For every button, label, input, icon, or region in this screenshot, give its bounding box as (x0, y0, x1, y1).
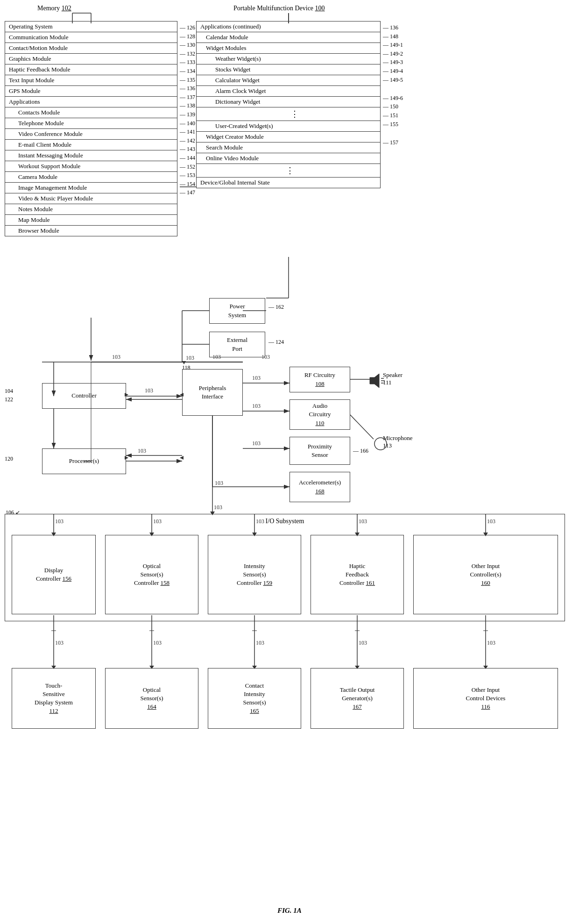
intensity-ctrl-label: IntensitySensor(s)Controller 159 (237, 562, 272, 588)
svg-point-6 (374, 438, 387, 450)
mem-row-videoconf: Video Conference Module (5, 129, 177, 140)
optical-sensor-ctrl-label: OpticalSensor(s)Controller 158 (134, 562, 169, 588)
pmd-row-widgetcreator: Widget Creator Module (197, 132, 380, 142)
svg-text:103: 103 (153, 640, 162, 646)
tactile-output-label: Tactile OutputGenerator(s)167 (340, 686, 375, 711)
svg-line-35 (350, 415, 374, 439)
mem-row-contact: Contact/Motion Module (5, 43, 177, 54)
other-input-devices-label: Other InputControl Devices116 (466, 686, 506, 711)
mem-row-workout: Workout Support Module (5, 161, 177, 172)
mem-row-browser: Browser Module (5, 226, 177, 236)
external-port-box: ExternalPort (209, 332, 265, 357)
pmd-row-search: Search Module (197, 142, 380, 153)
mem-row-contacts: Contacts Module (5, 107, 177, 118)
optical-sensor-ctrl-box: OpticalSensor(s)Controller 158 (105, 535, 198, 614)
io-subsystem-label: I/O Subsystem (10, 517, 560, 526)
mem-row-notes: Notes Module (5, 204, 177, 215)
pmd-row-dots1: ⋮ (197, 107, 380, 121)
pmd-row-widgets: Widget Modules (197, 43, 380, 54)
contact-intensity-label: ContactIntensitySensor(s)165 (243, 682, 266, 716)
mem-row-videoplayer: Video & Music Player Module (5, 193, 177, 204)
processor-box: Processor(s) (42, 448, 126, 474)
mem-row-map: Map Module (5, 215, 177, 226)
rf-circuitry-box: RF Circuitry108 (290, 367, 350, 392)
svg-text:103: 103 (256, 640, 264, 646)
mem-row-email: E-mail Client Module (5, 140, 177, 150)
haptic-ctrl-box: HapticFeedbackController 161 (311, 535, 404, 614)
controller-label: Controller (71, 391, 96, 400)
accelerometers-box: Accelerometer(s)168 (290, 472, 350, 502)
audio-circuitry-label: AudioCircuitry110 (309, 402, 331, 427)
mem-row-im: Instant Messaging Module (5, 150, 177, 161)
figure-caption: FIG. 1A (277, 907, 302, 915)
pmd-row-dots2: ⋮ (197, 164, 380, 178)
mem-row-comm: Communication Module (5, 32, 177, 43)
proximity-ref: — 166 (353, 448, 368, 455)
svg-marker-88 (180, 456, 184, 460)
power-system-box: PowerSystem (209, 298, 265, 324)
intensity-ctrl-box: IntensitySensor(s)Controller 159 (208, 535, 301, 614)
svg-text:103: 103 (112, 354, 120, 360)
rf-circuitry-label: RF Circuitry108 (304, 371, 335, 388)
pmd-row-calendar: Calendar Module (197, 32, 380, 43)
speaker-icon (369, 374, 385, 390)
pmd-row-stocks: Stocks Widget (197, 64, 380, 75)
svg-text:103: 103 (215, 480, 223, 486)
mem-row-gps: GPS Module (5, 86, 177, 97)
mem-row-graphics: Graphics Module (5, 54, 177, 64)
peripherals-box: PeripheralsInterface (182, 369, 243, 416)
external-port-ref: — 124 (268, 339, 284, 346)
other-input-devices-box: Other InputControl Devices116 (413, 668, 558, 729)
svg-text:103: 103 (252, 440, 261, 447)
audio-circuitry-box: AudioCircuitry110 (290, 399, 350, 430)
ref-104: 104 (5, 388, 13, 395)
pmd-row-appscont: Applications (continued) (197, 21, 380, 32)
pmd-row-calculator: Calculator Widget (197, 75, 380, 86)
contact-intensity-box: ContactIntensitySensor(s)165 (208, 668, 301, 729)
pmd-row-dictionary: Dictionary Widget (197, 97, 380, 107)
pmd-refs: — 136 — 148 — 149-1 — 149-2 — 149-3 — 14… (383, 23, 403, 147)
ref-126: — 126 — 128 — 130 — 132 — 133 — 134 — 13… (180, 23, 195, 197)
mem-row-imagemanage: Image Management Module (5, 183, 177, 193)
ref-106: 106 ↙ (6, 509, 20, 516)
svg-text:103: 103 (487, 640, 495, 646)
pmd-row-weather: Weather Widget(s) (197, 54, 380, 64)
speaker-label: Speaker111 (383, 371, 402, 386)
touch-display-box: Touch-SensitiveDisplay System112 (12, 668, 96, 729)
display-ctrl-box: DisplayController 156 (12, 535, 96, 614)
svg-text:103: 103 (359, 640, 367, 646)
pmd-block: Applications (continued) Calendar Module… (196, 21, 381, 188)
other-input-ctrl-box: Other InputController(s)160 (413, 535, 558, 614)
pmd-row-alarm: Alarm Clock Widget (197, 86, 380, 97)
accelerometers-label: Accelerometer(s)168 (299, 478, 341, 495)
processor-label: Processor(s) (69, 457, 99, 465)
mem-row-apps: Applications (5, 97, 177, 107)
memory-block: Operating System Communication Module Co… (5, 21, 177, 236)
peripherals-label: PeripheralsInterface (199, 384, 226, 401)
pmd-row-onlinevideo: Online Video Module (197, 153, 380, 164)
power-system-label: PowerSystem (228, 302, 246, 319)
svg-text:103: 103 (55, 640, 64, 646)
display-ctrl-label: DisplayController 156 (36, 566, 71, 583)
ref-120: 120 (5, 455, 13, 462)
optical-sensor-label: OpticalSensor(s)164 (140, 686, 163, 711)
optical-sensor-box: OpticalSensor(s)164 (105, 668, 198, 729)
mem-row-textinput: Text Input Module (5, 75, 177, 86)
external-port-label: ExternalPort (227, 336, 247, 353)
tactile-output-box: Tactile OutputGenerator(s)167 (311, 668, 404, 729)
mem-row-haptic: Haptic Feedback Module (5, 64, 177, 75)
svg-text:103: 103 (145, 387, 153, 394)
haptic-ctrl-label: HapticFeedbackController 161 (339, 562, 375, 588)
svg-text:103: 103 (186, 355, 194, 361)
proximity-sensor-label: ProximitySensor (308, 442, 332, 459)
svg-marker-2 (370, 374, 379, 388)
other-input-ctrl-label: Other InputController(s)160 (470, 562, 501, 588)
svg-marker-47 (182, 361, 186, 364)
mem-row-camera: Camera Module (5, 172, 177, 183)
peripherals-ref: 118 (182, 364, 191, 371)
touch-display-label: Touch-SensitiveDisplay System112 (35, 682, 73, 716)
mem-row-os: Operating System (5, 21, 177, 32)
microphone-icon (374, 437, 388, 451)
controller-box: Controller (42, 383, 126, 409)
proximity-sensor-box: ProximitySensor (290, 437, 350, 465)
